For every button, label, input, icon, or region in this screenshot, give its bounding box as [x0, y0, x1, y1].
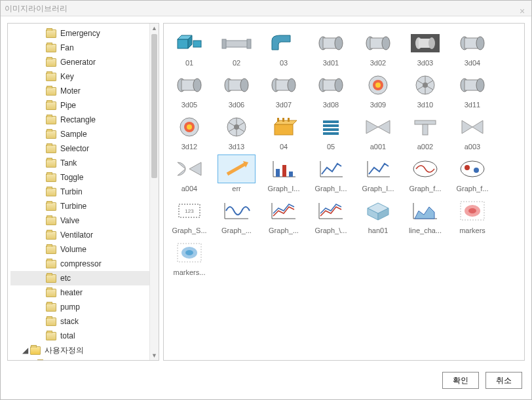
close-icon[interactable]: ×	[517, 3, 527, 14]
thumbnail-item[interactable]: 3d05	[166, 71, 212, 109]
thumbnail-item[interactable]: a004	[166, 155, 212, 192]
thumbnail-item[interactable]: a003	[449, 113, 495, 151]
tree-item-label: Tank	[60, 158, 77, 168]
thumbnail-label: 03	[280, 59, 288, 67]
thumbnail-item[interactable]: han01	[355, 196, 401, 234]
thumbnail-item[interactable]: 3d11	[449, 71, 495, 109]
tree-item-label: Pipe	[60, 101, 76, 110]
thumbnail-item[interactable]: Graph_I...	[261, 155, 307, 192]
thumbnail-item[interactable]: a001	[355, 113, 401, 151]
tree-item-label: Rectangle	[60, 115, 96, 124]
expand-icon[interactable]: ◢	[22, 346, 29, 355]
thumbnail-item[interactable]: Graph_I...	[308, 155, 354, 192]
thumbnail-item[interactable]: 3d09	[355, 71, 401, 109]
tree-item[interactable]: Sample	[10, 127, 159, 141]
thumbnail-item[interactable]: 3d06	[214, 71, 259, 109]
thumbnail-item[interactable]: 3d02	[355, 29, 401, 67]
tree-item[interactable]: Moter	[10, 84, 159, 98]
thumbnail-item[interactable]: line_cha...	[402, 196, 448, 234]
thumbnail-item[interactable]: 3d07	[261, 71, 307, 109]
thumbnail-item[interactable]: 05	[308, 113, 354, 151]
tree-item[interactable]: Rectangle	[10, 113, 159, 127]
thumbnail-label: 3d04	[465, 59, 480, 67]
scroll-up-icon[interactable]: ▲	[150, 24, 159, 33]
folder-icon	[46, 188, 56, 196]
tree-item[interactable]: Turbine	[10, 199, 159, 213]
tree-item[interactable]: Pipe	[10, 98, 159, 113]
scroll-down-icon[interactable]: ▼	[150, 351, 159, 360]
tree-item[interactable]: 새폴더1	[10, 357, 159, 360]
tree-item[interactable]: Key	[10, 69, 159, 84]
thumbnail-item[interactable]: 04	[261, 113, 307, 151]
tree-item[interactable]: Fan	[10, 41, 159, 55]
thumbnail-image	[170, 71, 208, 100]
thumbnail-item[interactable]: 01	[166, 29, 212, 67]
tree-item-label: stack	[60, 317, 79, 326]
cancel-button[interactable]: 취소	[485, 372, 522, 389]
tree-item[interactable]: total	[10, 329, 159, 343]
thumbnail-image	[359, 196, 397, 225]
thumbnail-label: Graph_f...	[409, 185, 442, 192]
thumbnail-item[interactable]: 02	[214, 29, 259, 67]
tree-item[interactable]: Turbin	[10, 185, 159, 199]
tree-item-label: total	[60, 331, 75, 340]
tree-item[interactable]: ◢사용자정의	[10, 343, 159, 357]
thumbnail-item[interactable]: Graph_I...	[355, 155, 401, 192]
thumbnail-item[interactable]: 3d03	[402, 29, 448, 67]
thumbnail-item[interactable]: Graph_...	[261, 196, 307, 234]
folder-icon	[46, 274, 56, 283]
thumbnail-image	[265, 196, 303, 225]
thumbnail-item[interactable]: Graph_\...	[308, 196, 354, 234]
folder-tree[interactable]: EmergencyFanGeneratorKeyMoterPipeRectang…	[8, 24, 159, 360]
tree-item[interactable]: Ventilator	[10, 228, 159, 242]
thumbnail-item[interactable]: 3d01	[308, 29, 354, 67]
thumbnail-item[interactable]: 3d10	[402, 71, 448, 109]
thumbnail-item[interactable]: 3d13	[214, 113, 259, 151]
tree-item[interactable]: Tank	[10, 156, 159, 170]
tree-item[interactable]: pump	[10, 300, 159, 314]
thumbnail-item[interactable]: Graph_f...	[402, 155, 448, 192]
thumbnail-image	[312, 71, 350, 100]
thumbnail-label: 3d02	[370, 59, 386, 67]
tree-item[interactable]: Selector	[10, 141, 159, 156]
tree-item[interactable]: Valve	[10, 213, 159, 228]
thumbnail-label: 3d06	[229, 101, 244, 109]
thumbnail-item[interactable]: markers...	[166, 238, 212, 276]
thumbnail-image	[265, 155, 303, 183]
thumbnail-label: line_cha...	[409, 227, 442, 234]
folder-icon	[46, 332, 56, 340]
tree-item[interactable]: stack	[10, 314, 159, 329]
thumbnail-item[interactable]: Graph_S...	[166, 196, 212, 234]
tree-item[interactable]: heater	[10, 285, 159, 300]
folder-icon	[46, 73, 56, 81]
thumbnail-item[interactable]: Graph_f...	[449, 155, 495, 192]
button-bar: 확인 취소	[1, 367, 531, 393]
tree-item-label: Volume	[60, 245, 86, 254]
folder-icon	[46, 245, 56, 254]
thumbnail-item[interactable]: err	[214, 155, 259, 192]
tree-item[interactable]: compressor	[10, 257, 159, 271]
thumbnail-image	[406, 196, 444, 225]
thumbnail-item[interactable]: a002	[402, 113, 448, 151]
thumbnail-label: 01	[185, 59, 193, 67]
titlebar: 이미지라이브러리 ×	[1, 1, 531, 16]
tree-item-label: Ventilator	[60, 230, 93, 240]
tree-item-label: heater	[60, 288, 83, 297]
tree-scrollbar[interactable]: ▲ ▼	[149, 24, 159, 360]
thumbnail-item[interactable]: 3d04	[449, 29, 495, 67]
tree-item[interactable]: Volume	[10, 242, 159, 257]
folder-icon	[46, 44, 56, 52]
tree-item[interactable]: Emergency	[10, 26, 159, 41]
thumbnail-item[interactable]: Graph_...	[214, 196, 259, 234]
thumbnail-item[interactable]: 03	[261, 29, 307, 67]
thumbnail-item[interactable]: 3d12	[166, 113, 212, 151]
tree-item[interactable]: etc	[10, 271, 159, 285]
tree-item[interactable]: Toggle	[10, 170, 159, 185]
tree-panel: EmergencyFanGeneratorKeyMoterPipeRectang…	[7, 23, 159, 361]
thumbnail-item[interactable]: markers	[449, 196, 495, 234]
thumbnail-grid[interactable]: 0102033d013d023d033d043d053d063d073d083d…	[164, 24, 524, 282]
tree-item[interactable]: Generator	[10, 55, 159, 69]
ok-button[interactable]: 확인	[442, 372, 479, 389]
thumbnail-item[interactable]: 3d08	[308, 71, 354, 109]
scroll-thumb[interactable]	[151, 34, 157, 178]
